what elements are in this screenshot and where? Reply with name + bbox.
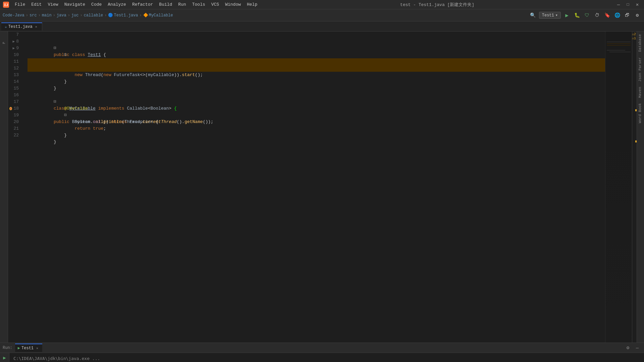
fold-icon-8[interactable]: ▶ (13, 38, 15, 45)
window-controls: — □ ✕ (614, 1, 641, 9)
menu-view[interactable]: View (45, 1, 61, 8)
translate-button[interactable]: 🌐 (613, 11, 621, 19)
debug-button[interactable]: 🐛 (573, 11, 581, 19)
code-line-19: System.out.println(Thread.currentThread(… (28, 112, 605, 119)
bottom-panel: Run: ▶ Test1 ✕ ⚙ — ▶ ▲ ▼ ⬛ ≡≡ ⚙ 🖨 🗑 C:\I… (0, 343, 644, 362)
minimize-button[interactable]: — (614, 1, 623, 9)
code-line-20: return true; (28, 119, 605, 125)
breadcrumb-main[interactable]: main (42, 13, 52, 18)
app-logo: IJ (3, 1, 9, 8)
editor-area[interactable]: 7 ▶ 8 ▶ 9 10 11 (8, 32, 637, 343)
breadcrumb-code-java[interactable]: Code-Java (3, 13, 24, 18)
coverage-button[interactable]: 🛡 (583, 11, 591, 19)
tab-close-button[interactable]: ✕ (34, 24, 39, 29)
run-tab-test1[interactable]: ▶ Test1 ✕ (15, 344, 42, 352)
breadcrumb-src[interactable]: src (30, 13, 37, 18)
fold-icon-9[interactable]: ▶ (13, 45, 15, 52)
word-book-panel-label[interactable]: Word Book (637, 101, 644, 126)
bottom-panel-toolbar: Run: ▶ Test1 ✕ ⚙ — (0, 343, 644, 353)
code-line-11: new Thread(new FutureTask<>(myCallable))… (28, 58, 605, 65)
code-line-7 (28, 32, 605, 38)
warning-marker-1 (635, 109, 637, 111)
menu-tools[interactable]: Tools (190, 1, 208, 8)
code-line-12: new Thread(new FutureTask<>(myCallable))… (28, 65, 605, 72)
profile-button[interactable]: ⏱ (593, 11, 601, 19)
settings-button[interactable]: ⚙ (633, 11, 641, 19)
toolbar: Code-Java › src › main › java › juc › ca… (0, 9, 644, 21)
code-line-13: } (28, 72, 605, 78)
toolbar-right: 🔍 Test1 ▾ ▶ 🐛 🛡 ⏱ 🔖 🌐 🗗 ⚙ (529, 11, 641, 19)
bottom-content: ▶ ▲ ▼ ⬛ ≡≡ ⚙ 🖨 🗑 C:\IDEA\JAVA\jdk\bin\ja… (0, 353, 644, 362)
menu-run[interactable]: Run (175, 1, 189, 8)
maximize-button[interactable]: □ (624, 1, 632, 9)
breadcrumb-callable[interactable]: callable (84, 13, 103, 18)
restart-button[interactable]: ▶ (1, 354, 8, 361)
menu-file[interactable]: File (12, 1, 28, 8)
code-line-14: } (28, 78, 605, 85)
tab-label: Test1.java (8, 24, 33, 29)
breadcrumb-test1-java[interactable]: Test1.java (114, 13, 138, 18)
run-settings-button[interactable]: ⚙ (624, 344, 632, 352)
code-line-17: @Override (28, 99, 605, 105)
project-window-button[interactable]: 🗗 (623, 11, 631, 19)
menu-edit[interactable]: Edit (29, 1, 44, 8)
breakpoint-icon-18[interactable] (9, 107, 12, 110)
run-tab-icon: ▶ (18, 346, 20, 351)
run-label: Run: (3, 346, 12, 350)
code-container: 7 ▶ 8 ▶ 9 10 11 (8, 32, 637, 343)
warning-count: ⚠2 ⚠1 (632, 32, 636, 40)
menu-build[interactable]: Build (156, 1, 175, 8)
code-line-22: } (28, 132, 605, 139)
run-config-label: Test1 (542, 13, 554, 18)
code-line-9: ⊟ public static void main(String[] args)… (28, 45, 605, 52)
svg-text:IJ: IJ (4, 3, 8, 7)
run-config-selector[interactable]: Test1 ▾ (539, 12, 561, 19)
breadcrumb-juc[interactable]: juc (71, 13, 79, 18)
code-line-16: ⊟ class MyCallable implements Callable<B… (28, 92, 605, 99)
menu-code[interactable]: Code (89, 1, 104, 8)
maven-panel-label[interactable]: Maven (637, 84, 644, 101)
console-line-1: C:\IDEA\JAVA\jdk\bin\java.exe ... (13, 355, 640, 362)
console-output: C:\IDEA\JAVA\jdk\bin\java.exe ... Thread… (9, 353, 644, 362)
menu-vcs[interactable]: VCS (209, 1, 222, 8)
search-everywhere-button[interactable]: 🔍 (529, 11, 537, 19)
run-minimize-button[interactable]: — (633, 344, 641, 352)
run-button[interactable]: ▶ (563, 11, 571, 19)
menu-help[interactable]: Help (244, 1, 260, 8)
code-line-18: ⊟ public Boolean call() throws Exception… (28, 105, 605, 112)
run-left-toolbar: ▶ ▲ ▼ ⬛ ≡≡ ⚙ 🖨 🗑 (0, 353, 9, 362)
project-icon[interactable]: P (1, 33, 7, 53)
left-sidebar: P (0, 32, 8, 343)
tab-test1-java[interactable]: ☕ Test1.java ✕ (1, 22, 42, 31)
code-line-15 (28, 85, 605, 92)
close-button[interactable]: ✕ (633, 1, 641, 9)
code-line-8: ⊟ public class Test1 { (28, 38, 605, 45)
run-tab-label: Test1 (21, 346, 34, 351)
code-line-21: } (28, 125, 605, 132)
database-panel-label[interactable]: Database (637, 32, 644, 55)
main-layout: P 7 ▶ 8 ▶ 9 10 (0, 32, 644, 343)
breadcrumb: Code-Java › src › main › java › juc › ca… (3, 13, 528, 18)
bookmark-button[interactable]: 🔖 (603, 11, 611, 19)
window-title: test - Test1.java [新建文件夹] (261, 2, 614, 8)
tabs-row: ☕ Test1.java ✕ (0, 21, 644, 32)
breadcrumb-mycallable[interactable]: MyCallable (149, 13, 173, 18)
breadcrumb-java[interactable]: java (57, 13, 66, 18)
menu-navigate[interactable]: Navigate (62, 1, 88, 8)
file-icon: ☕ (5, 24, 7, 29)
far-right-panels: Database Json Parser Maven Word Book (637, 32, 644, 343)
menu-window[interactable]: Window (222, 1, 244, 8)
line-numbers: 7 ▶ 8 ▶ 9 10 11 (8, 32, 25, 343)
warning-marker-2 (635, 140, 637, 142)
menu-analyze[interactable]: Analyze (105, 1, 129, 8)
run-tab-close[interactable]: ✕ (35, 346, 40, 351)
chevron-down-icon: ▾ (555, 13, 558, 18)
menu-refactor[interactable]: Refactor (129, 1, 156, 8)
right-scrollbar[interactable]: ⚠2 ⚠1 (632, 32, 637, 343)
minimap (605, 32, 632, 343)
code-content[interactable]: ⊟ public class Test1 { ⊟ public static v… (25, 32, 605, 343)
menu-bar: IJ File Edit View Navigate Code Analyze … (0, 0, 644, 9)
json-parser-panel-label[interactable]: Json Parser (637, 55, 644, 84)
code-line-10: MyCallable myCallable = new MyCallable()… (28, 52, 605, 58)
